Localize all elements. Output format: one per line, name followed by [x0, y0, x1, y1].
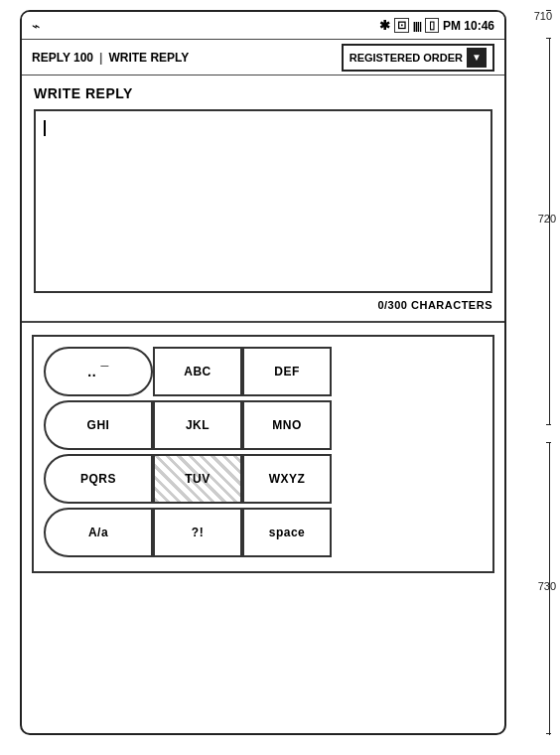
dim-label-720: 720 [538, 213, 556, 225]
key-aa[interactable]: A/a [44, 508, 153, 557]
char-count: 0/300 CHARACTERS [34, 299, 492, 311]
key-space[interactable]: space [242, 508, 332, 557]
status-left: ⌁ [32, 18, 44, 34]
dim-label-710: 710 [534, 10, 552, 22]
reply-label: REPLY 100 [32, 51, 93, 65]
row3-empty [332, 454, 483, 504]
battery-icon: ▯ [425, 18, 439, 33]
tick-710 [546, 10, 551, 11]
key-row-4: A/a ?! space [44, 508, 483, 557]
keyboard-section: .. ¯ ABC DEF GHI JKL MNO PQRS TUV WXYZ [22, 323, 504, 585]
dim-label-730: 730 [538, 580, 556, 592]
key-pqrs[interactable]: PQRS [44, 454, 153, 504]
nav-bar: REPLY 100 | WRITE REPLY REGISTERED ORDER… [22, 40, 504, 76]
tick-top-730 [546, 442, 551, 443]
nav-left: REPLY 100 | WRITE REPLY [32, 51, 189, 65]
tick-top-720 [546, 38, 551, 39]
text-cursor [44, 120, 46, 136]
key-row-3: PQRS TUV WXYZ [44, 454, 483, 504]
status-time: PM 10:46 [443, 19, 494, 33]
key-row-2: GHI JKL MNO [44, 400, 483, 450]
key-ghi[interactable]: GHI [44, 400, 153, 450]
main-section: WRITE REPLY 0/300 CHARACTERS [22, 76, 504, 323]
text-area[interactable] [34, 109, 492, 293]
row1-empty [332, 347, 483, 396]
key-mno[interactable]: MNO [242, 400, 332, 450]
status-right: ✱ ⊡ |||| ▯ PM 10:46 [379, 18, 494, 33]
key-symbols[interactable]: .. ¯ [44, 347, 153, 396]
tick-bottom-720 [546, 424, 551, 425]
key-def[interactable]: DEF [242, 347, 332, 396]
key-punct[interactable]: ?! [153, 508, 242, 557]
key-abc[interactable]: ABC [153, 347, 242, 396]
status-bar: ⌁ ✱ ⊡ |||| ▯ PM 10:46 [22, 12, 504, 40]
screen-icon: ⊡ [394, 18, 409, 33]
nav-divider: | [99, 51, 102, 65]
dim-bracket-720 [549, 38, 550, 425]
usb-icon: ⌁ [32, 18, 40, 34]
registered-order-button[interactable]: REGISTERED ORDER ▼ [342, 44, 494, 72]
key-wxyz[interactable]: WXYZ [242, 454, 332, 504]
key-row-1: .. ¯ ABC DEF [44, 347, 483, 396]
row4-empty [332, 508, 483, 557]
signal-icon: |||| [413, 20, 421, 32]
write-reply-nav-label: WRITE REPLY [108, 51, 189, 65]
section-title: WRITE REPLY [34, 85, 492, 101]
key-jkl[interactable]: JKL [153, 400, 242, 450]
keyboard-container: .. ¯ ABC DEF GHI JKL MNO PQRS TUV WXYZ [32, 335, 494, 573]
tick-bottom-730 [546, 733, 551, 734]
registered-order-label: REGISTERED ORDER [350, 52, 463, 64]
key-tuv[interactable]: TUV [153, 454, 242, 504]
phone-frame: ⌁ ✱ ⊡ |||| ▯ PM 10:46 REPLY 100 | WRITE … [20, 10, 506, 735]
bluetooth-icon: ✱ [379, 18, 390, 33]
dropdown-arrow-icon: ▼ [467, 48, 487, 68]
row2-empty [332, 400, 483, 450]
